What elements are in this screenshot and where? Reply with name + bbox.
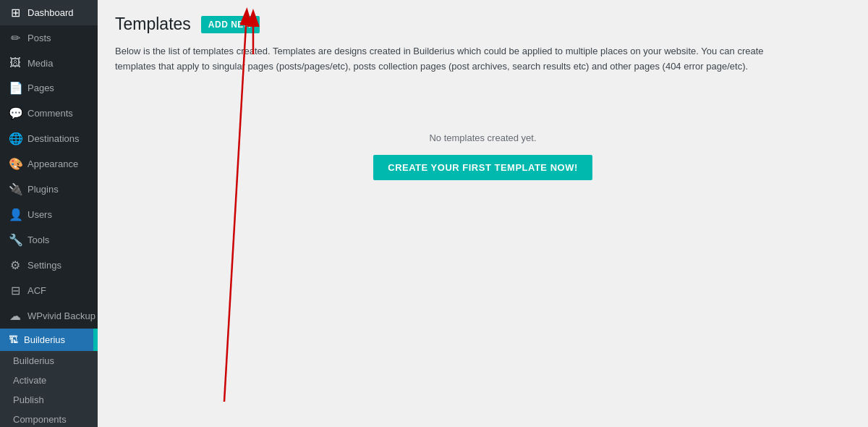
sidebar-item-label: Comments [27, 108, 73, 119]
add-new-button[interactable]: ADD NEW [201, 16, 260, 33]
sidebar-item-posts[interactable]: ✏ Posts [0, 25, 98, 51]
main-content: Templates ADD NEW Below is the list of t… [98, 0, 868, 427]
sidebar-item-label: Appearance [27, 158, 78, 169]
posts-icon: ✏ [9, 31, 22, 45]
sidebar-item-label: Posts [27, 33, 51, 43]
sidebar-item-users[interactable]: 👤 Users [0, 202, 98, 227]
page-title: Templates [115, 14, 191, 34]
sub-item-publish[interactable]: Publish [0, 390, 98, 410]
pages-icon: 📄 [9, 81, 22, 95]
wpvivid-icon: ☁ [9, 309, 22, 323]
destinations-icon: 🌐 [9, 132, 22, 145]
builderius-submenu: Builderius Activate Publish Components T… [0, 351, 98, 427]
comments-icon: 💬 [9, 106, 22, 120]
sub-item-builderius[interactable]: Builderius [0, 351, 98, 371]
sidebar-item-label: Destinations [27, 133, 80, 144]
acf-icon: ⊟ [9, 284, 22, 297]
builderius-icon: 🏗 [9, 334, 18, 345]
sidebar-item-media[interactable]: 🖼 Media [0, 51, 98, 75]
sidebar-item-label: Builderius [24, 334, 65, 345]
sidebar-item-label: Pages [27, 83, 54, 93]
sub-item-components[interactable]: Components [0, 410, 98, 427]
sidebar-item-label: WPvivid Backup [27, 310, 95, 321]
sidebar-item-label: Settings [27, 260, 61, 271]
plugins-icon: 🔌 [9, 182, 22, 196]
svg-line-1 [224, 25, 246, 402]
sidebar-item-tools[interactable]: 🔧 Tools [0, 227, 98, 253]
sidebar-item-dashboard[interactable]: ⊞ Dashboard [0, 0, 98, 25]
sidebar-item-comments[interactable]: 💬 Comments [0, 101, 98, 126]
create-template-button[interactable]: CREATE YOUR FIRST TEMPLATE NOW! [373, 155, 592, 180]
settings-icon: ⚙ [9, 258, 22, 272]
users-icon: 👤 [9, 208, 22, 221]
sidebar-item-acf[interactable]: ⊟ ACF [0, 278, 98, 303]
sidebar-item-label: ACF [27, 285, 46, 296]
appearance-icon: 🎨 [9, 157, 22, 171]
sidebar-item-settings[interactable]: ⚙ Settings [0, 253, 98, 278]
sub-item-activate[interactable]: Activate [0, 371, 98, 390]
sidebar-item-builderius[interactable]: 🏗 Builderius [0, 329, 98, 351]
sidebar-item-label: Dashboard [27, 7, 74, 18]
sidebar-item-label: Users [27, 209, 52, 220]
tools-icon: 🔧 [9, 233, 22, 247]
sidebar-item-destinations[interactable]: 🌐 Destinations [0, 126, 98, 151]
empty-state: No templates created yet. CREATE YOUR FI… [115, 132, 851, 180]
media-icon: 🖼 [9, 56, 22, 69]
page-description: Below is the list of templates created. … [115, 44, 766, 75]
empty-message: No templates created yet. [429, 132, 536, 143]
sidebar-item-plugins[interactable]: 🔌 Plugins [0, 177, 98, 202]
sidebar-item-label: Media [27, 58, 53, 69]
sidebar-item-pages[interactable]: 📄 Pages [0, 75, 98, 101]
sidebar: ⊞ Dashboard ✏ Posts 🖼 Media 📄 Pages 💬 Co… [0, 0, 98, 427]
sidebar-item-label: Tools [27, 234, 49, 245]
page-header: Templates ADD NEW [115, 14, 851, 34]
sidebar-item-appearance[interactable]: 🎨 Appearance [0, 151, 98, 177]
dashboard-icon: ⊞ [9, 6, 22, 20]
sidebar-item-label: Plugins [27, 184, 59, 195]
sidebar-item-wpvivid[interactable]: ☁ WPvivid Backup [0, 303, 98, 329]
